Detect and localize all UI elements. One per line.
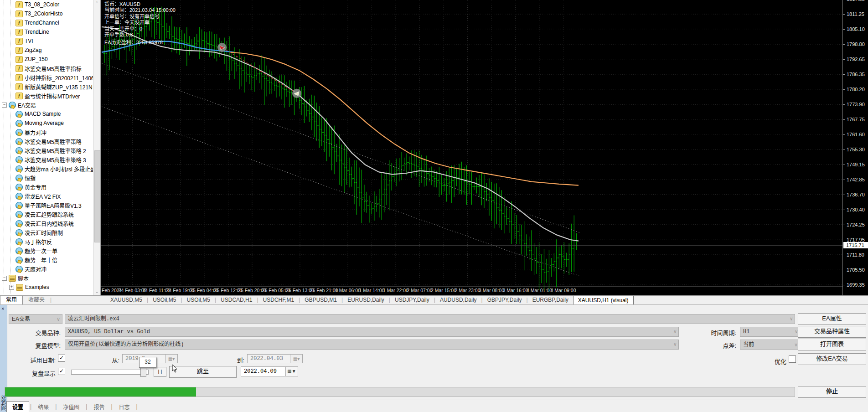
sidebar-item[interactable]: −脚本 [0,273,95,283]
navigator-tab-common[interactable]: 常用 [0,296,23,305]
tester-tab-1[interactable]: 结果 [32,402,54,412]
time-tick-label: 1 Mar 14:00 [359,288,384,293]
price-tick [843,195,845,195]
sidebar-item[interactable]: 凌云汇日内短线系统 [0,219,101,228]
sidebar-item[interactable]: ZigZag [0,46,101,55]
price-chart[interactable]: 23 Feb 202124 Feb 03:0024 Feb 11:0024 Fe… [101,0,842,295]
indicator-icon [16,47,23,54]
chart-tab[interactable]: GBPUSD,M1 [300,296,341,305]
sidebar-item[interactable]: TVI [0,36,101,46]
skip-calendar-button[interactable]: ▦▼ [285,366,298,376]
sidebar-item[interactable]: 冰鉴交易M5高胜率指标 [0,64,101,73]
sidebar-item[interactable]: 天鹰对冲 [0,264,101,273]
tester-tab-4[interactable]: 日志 [114,402,135,412]
trade-marker-close[interactable] [292,89,301,98]
close-tester-icon[interactable]: × [1,306,4,311]
collapse-icon[interactable]: − [2,103,7,108]
from-calendar-button[interactable]: ▦▾ [165,354,178,363]
ea-file-dropdown[interactable]: 凌云汇时间限制.ex4 ∨ [65,314,795,324]
sidebar-item[interactable]: 小财神指标_20200211_140603 [0,73,101,82]
model-dropdown[interactable]: 仅用开盘价(以最快速的方法分析刚形成的柱线) ∨ [65,340,679,350]
sidebar-item[interactable]: 恒指 [0,173,101,182]
chart-tab[interactable]: USOil,M5 [182,296,215,305]
chart-tab[interactable]: AUDUSD,Daily [435,296,481,305]
sidebar-scrollbar[interactable]: ⌃ ⌄ [93,0,100,295]
modify-ea-button[interactable]: 修改EA交易 [798,353,866,365]
sidebar-item[interactable]: 趋势一次一单 [0,246,101,255]
sidebar-item[interactable]: T3_08_2Color [0,0,101,9]
sidebar-item[interactable]: TrendLine [0,27,101,36]
sidebar-item[interactable]: 趋势一年十倍 [0,255,101,264]
navigator-tabs: 常用收藏夹| [0,296,52,305]
period-dropdown[interactable]: H1 ∨ [740,327,800,337]
chart-tab[interactable]: EURUSD,Daily [343,296,389,305]
ea-icon [16,229,23,236]
expand-icon[interactable]: + [9,285,14,290]
to-calendar-button[interactable]: ▦▾ [290,354,303,363]
chart-area[interactable]: 货币：XAUUSD当前时间：2021.03.04 15:00:00开单信号：没有… [101,0,842,295]
indicator-icon [16,10,23,17]
chart-tab[interactable]: EURGBP,Daily [528,296,573,305]
sidebar-item[interactable]: TrendChannel [0,18,101,27]
sidebar-item[interactable]: 新版黄蝴蝶ZUP_v135 121N [0,82,101,91]
symbol-dropdown[interactable]: XAUUSD, US Dollar vs Gold ∨ [65,327,679,337]
sidebar-item[interactable]: 冰鉴交易M5高胜率策略 [0,137,101,146]
sidebar-item[interactable]: 暴力对冲 [0,128,101,137]
scroll-down-icon[interactable]: ⌄ [93,288,100,295]
chart-tab[interactable]: USOil,M5 [148,296,181,305]
ea-type-dropdown[interactable]: EA交易 ∨ [9,314,62,324]
sidebar-item[interactable]: 凌云汇时间限制 [0,228,101,237]
chart-tab[interactable]: GBPJPY,Daily [483,296,527,305]
sidebar-item[interactable]: −EA交易 [0,100,95,109]
tester-tab-3[interactable]: 报告 [88,402,110,412]
pause-button[interactable]: | | [154,367,166,377]
scroll-up-icon[interactable]: ⌃ [93,0,100,7]
sidebar-item[interactable]: 量子策略EA简易版V1.3 [0,201,101,210]
navigator-tab-favorites[interactable]: 收藏夹 [23,296,50,305]
scrollbar-thumb[interactable] [94,150,100,242]
visual-speed-slider[interactable] [71,370,149,375]
collapse-icon[interactable]: − [2,276,7,281]
ea-icon [16,184,23,191]
sidebar-item[interactable]: MACD Sample [0,109,101,118]
price-axis: 1817.551811.251805.101798.801792.651786.… [842,0,868,295]
tester-tab-0[interactable]: 设置 [6,401,29,412]
chart-tab[interactable]: XAUUSD,H1 (visual) [573,296,634,305]
sidebar-item[interactable]: 盈亏统计指标MTDriver [0,91,101,100]
open-chart-button[interactable]: 打开图表 [798,339,866,350]
sidebar-item[interactable]: T3_2ColorHisto [0,9,101,18]
symbol-value: XAUUSD, US Dollar vs Gold [68,329,150,335]
tester-tab-2[interactable]: 净值图 [57,402,85,412]
sidebar-item[interactable]: 凌云汇趋势跟踪系统 [0,210,101,219]
sidebar-item-label: 凌云汇趋势跟踪系统 [25,211,74,218]
spread-dropdown[interactable]: 当前 ∨ [740,340,800,350]
skip-to-button[interactable]: 跳至 [169,366,237,378]
chart-tab[interactable]: XAUUSD,M5 [106,296,147,305]
sidebar-item[interactable]: 冰鉴交易M5高胜率策略 2 [0,146,101,155]
ea-properties-button[interactable]: EA属性 [798,313,866,325]
stop-button[interactable]: 停止 [798,386,866,398]
chart-tab[interactable]: USDCHF,M1 [258,296,299,305]
sidebar-item[interactable]: Moving Average [0,118,101,128]
sidebar-item[interactable]: 雷龙EA V2 FIX [0,191,101,201]
slider-handle[interactable] [140,367,146,377]
symbol-properties-button[interactable]: 交易品种属性 [798,326,866,338]
to-date-field[interactable]: 2022.04.03 [247,354,295,363]
time-tick-label: 1 Mar 06:00 [335,288,361,293]
sidebar-item[interactable]: 黄金专用 [0,182,101,191]
optimize-checkbox[interactable] [789,355,796,363]
sidebar-item-label: 凌云汇时间限制 [25,229,63,237]
chart-tab[interactable]: USDCAD,H1 [216,296,257,305]
visual-mode-checkbox[interactable]: ✓ [58,368,65,375]
sidebar-item[interactable]: 冰鉴交易M5高胜率策略 3 [0,155,101,164]
sidebar-item[interactable]: +Examples [0,283,101,292]
sidebar-item[interactable]: ZUP_150 [0,55,101,64]
use-date-checkbox[interactable]: ✓ [58,355,65,362]
sidebar-item[interactable]: 马丁格尔反 [0,237,101,246]
chart-tab[interactable]: USDJPY,Daily [390,296,434,305]
trade-marker-sell[interactable] [217,43,227,52]
ea-info-line: 当前时间：2021.03.04 15:00:00 [104,7,176,13]
sidebar-item[interactable]: 大趋势ma 小时机rsi 多段止盈非 [0,164,101,173]
skip-date-field[interactable]: 2022.04.09 [241,366,291,376]
sidebar-item-label: ZigZag [25,47,41,53]
